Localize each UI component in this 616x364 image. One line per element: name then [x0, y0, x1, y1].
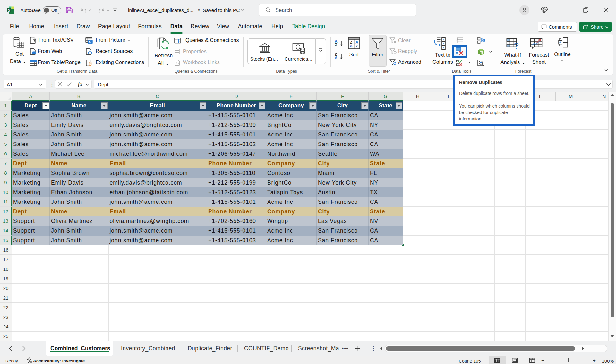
svg-text:Z: Z — [356, 44, 358, 48]
svg-text:A: A — [350, 44, 353, 48]
svg-text:?: ? — [514, 41, 519, 50]
svg-text:X: X — [8, 9, 11, 12]
